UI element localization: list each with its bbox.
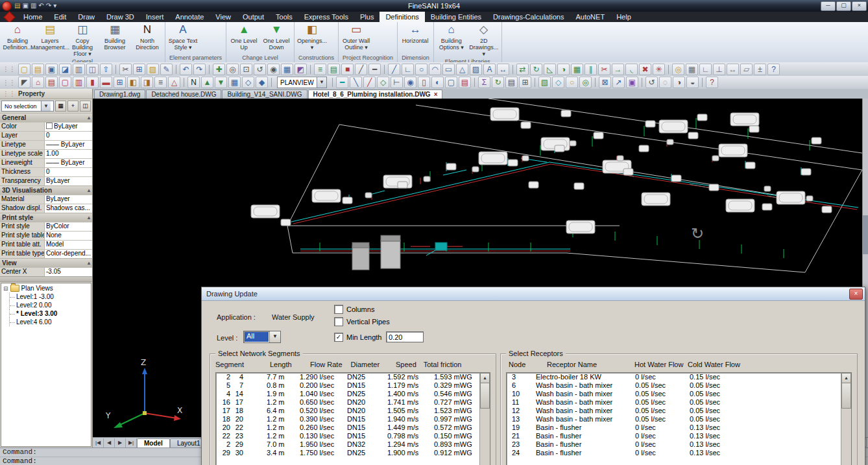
receptor-row[interactable]: 24Basin - flusher0 l/sec0.13 l/sec bbox=[507, 449, 851, 457]
collapse-arrow-icon[interactable]: ▴ bbox=[88, 260, 90, 266]
menu-item-edit[interactable]: Edit bbox=[48, 12, 72, 22]
tool-boiler-icon[interactable]: ▯ bbox=[418, 77, 430, 88]
tool-north-icon[interactable]: N bbox=[187, 77, 200, 88]
toggle-pickadd-button[interactable]: + bbox=[67, 101, 78, 112]
property-value[interactable]: 0 bbox=[45, 168, 92, 176]
menu-item-tools[interactable]: Tools bbox=[270, 12, 298, 22]
segment-row[interactable]: 22231.2 m0.130 l/secDN150.798 m/s0.150 m… bbox=[216, 432, 490, 440]
receptor-row[interactable]: 10Wash basin - bath mixer0.05 l/sec0.05 … bbox=[507, 390, 851, 398]
quick-access-menu-icon[interactable]: ▾ bbox=[53, 2, 56, 10]
tool-help-icon[interactable]: ? bbox=[767, 64, 780, 75]
level-combobox[interactable]: All ▼ bbox=[243, 331, 281, 343]
tool-door-icon[interactable]: ◧ bbox=[127, 77, 139, 88]
menu-item-autonet[interactable]: AutoNET bbox=[570, 12, 610, 22]
select-objects-button[interactable]: ◫ bbox=[80, 101, 91, 112]
tool-space-icon[interactable]: ▢ bbox=[59, 77, 71, 88]
tool-undo-icon[interactable]: ↶ bbox=[180, 64, 192, 75]
ribbon-button-north-direction[interactable]: NNorth Direction bbox=[131, 23, 163, 51]
tool-scale-icon[interactable]: ◺ bbox=[544, 64, 556, 75]
property-value[interactable]: —— ByLayer bbox=[45, 159, 92, 167]
columns-checkbox[interactable]: Columns bbox=[334, 305, 374, 314]
segment-row[interactable]: 247.7 m1.290 l/secDN251.592 m/s1.593 mWG bbox=[216, 373, 490, 381]
tool-open-icon[interactable]: ▤ bbox=[32, 64, 44, 75]
property-section-header[interactable]: 3D Visualisation▴ bbox=[0, 186, 92, 195]
tool-erase-icon[interactable]: ✖ bbox=[639, 64, 651, 75]
tool-opening-icon[interactable]: ◨ bbox=[141, 77, 153, 88]
tool-trim-icon[interactable]: ✂ bbox=[598, 64, 610, 75]
ribbon-button-openings[interactable]: ◧Openings... ▾ bbox=[296, 23, 328, 51]
tool-axonometric-icon[interactable]: ◇ bbox=[242, 77, 254, 88]
tool-report-icon[interactable]: ▤ bbox=[505, 77, 518, 88]
checkbox-icon[interactable] bbox=[334, 317, 343, 326]
tool-dimension-icon[interactable]: ↔ bbox=[497, 64, 509, 75]
tree-item-level-3[interactable]: * Level:3 3.00 bbox=[9, 309, 91, 318]
tool-ortho-icon[interactable]: ∟ bbox=[699, 64, 712, 75]
menu-item-insert[interactable]: Insert bbox=[140, 12, 170, 22]
tool-receptor-icon[interactable]: ◉ bbox=[404, 77, 416, 88]
tool-zoom-previous-icon[interactable]: ↺ bbox=[254, 64, 266, 75]
tool-fillet-icon[interactable]: ◟ bbox=[625, 64, 638, 75]
tool-circle-icon[interactable]: ○ bbox=[415, 64, 428, 75]
tool-image-attach-icon[interactable]: ▣ bbox=[626, 77, 638, 88]
property-value[interactable]: —— ByLayer bbox=[45, 141, 92, 149]
ribbon-button-2d-drawings[interactable]: ◇2D Drawings... ▾ bbox=[468, 23, 500, 58]
drawing-tab-drawing1-dwg[interactable]: Drawing1.dwg bbox=[94, 89, 145, 99]
tree-item-level-4[interactable]: Level:4 6.00 bbox=[9, 318, 91, 326]
scroll-up-icon[interactable]: ▲ bbox=[841, 373, 851, 383]
collapse-arrow-icon[interactable]: ▴ bbox=[88, 215, 90, 221]
tool-area-icon[interactable]: ▱ bbox=[740, 64, 753, 75]
toolbar-grip[interactable]: ⋮⋮ bbox=[3, 79, 16, 86]
app-logo-icon[interactable] bbox=[2, 1, 12, 11]
tool-plan-view-icon[interactable]: ▦ bbox=[228, 77, 241, 88]
segment-row[interactable]: 29303.4 m1.750 l/secDN251.900 m/s0.912 m… bbox=[216, 449, 490, 457]
tool-calculator-icon[interactable]: ± bbox=[754, 64, 766, 75]
tree-item-level-2[interactable]: Level:2 0.00 bbox=[9, 301, 91, 309]
tool-paste-icon[interactable]: ▨ bbox=[147, 64, 159, 75]
maximize-button[interactable]: ▢ bbox=[836, 1, 851, 11]
property-value[interactable]: Shadows cas... bbox=[45, 204, 92, 213]
receptor-row[interactable]: 6Wash basin - bath mixer0.05 l/sec0.05 l… bbox=[507, 381, 851, 390]
tool-wall-icon[interactable]: ▥ bbox=[73, 77, 85, 88]
tool-network-calc-icon[interactable]: Σ bbox=[478, 77, 490, 88]
property-value[interactable]: 1.00 bbox=[45, 150, 92, 158]
tool-save-as-icon[interactable]: ◪ bbox=[59, 64, 71, 75]
segments-scrollbar[interactable]: ▲ ▼ bbox=[479, 373, 490, 465]
tool-linetype-icon[interactable]: ╱ bbox=[355, 64, 367, 75]
tool-xref-icon[interactable]: ↗ bbox=[612, 77, 625, 88]
menu-item-help[interactable]: Help bbox=[610, 12, 637, 22]
collapse-arrow-icon[interactable]: ▴ bbox=[88, 115, 90, 121]
tool-distance-icon[interactable]: ↔ bbox=[727, 64, 739, 75]
receptor-row[interactable]: 12Wash basin - bath mixer0.05 l/sec0.05 … bbox=[507, 407, 851, 415]
ribbon-button-outer-wall-outline[interactable]: ▭Outer Wall Outline ▾ bbox=[340, 23, 372, 51]
min-length-input[interactable] bbox=[386, 331, 424, 342]
receptor-row[interactable]: 23Basin - flusher0 l/sec0.13 l/sec bbox=[507, 440, 851, 449]
tree-item-level-1[interactable]: Level:1 -3.00 bbox=[9, 292, 91, 301]
tool-pan-icon[interactable]: ✚ bbox=[213, 64, 225, 75]
tool-redraw-icon[interactable]: ◌ bbox=[659, 77, 671, 88]
property-value[interactable]: Model bbox=[45, 241, 92, 249]
tool-zoom-realtime-icon[interactable]: ◎ bbox=[226, 64, 239, 75]
segment-row[interactable]: 16171.2 m0.650 l/secDN201.741 m/s0.727 m… bbox=[216, 398, 490, 407]
segments-listbox[interactable]: 247.7 m1.290 l/secDN251.592 m/s1.593 mWG… bbox=[215, 372, 490, 465]
property-panel-header[interactable]: ⋮⋮ Property bbox=[0, 89, 92, 99]
segment-row[interactable]: 17186.4 m0.520 l/secDN201.505 m/s1.523 m… bbox=[216, 407, 490, 415]
menu-item-express-tools[interactable]: Express Tools bbox=[298, 12, 354, 22]
tool-color-control-icon[interactable]: ■ bbox=[341, 64, 354, 75]
tool-perspective-icon[interactable]: ◆ bbox=[256, 77, 268, 88]
tool-fine-help-icon[interactable]: ? bbox=[706, 77, 718, 88]
ribbon-button-building-options[interactable]: ⌂Building Options ▾ bbox=[435, 23, 468, 51]
property-value[interactable]: ByLayer bbox=[45, 123, 92, 131]
drawing-tab-building-v14-sani-dwg[interactable]: Building_V14_SANI.DWG bbox=[222, 89, 307, 99]
property-value[interactable]: ByLayer bbox=[45, 177, 92, 185]
tool-copy-icon[interactable]: ⊞ bbox=[133, 64, 145, 75]
tool-valve-icon[interactable]: ◇ bbox=[377, 77, 389, 88]
receptor-row[interactable]: 21Basin - flusher0 l/sec0.13 l/sec bbox=[507, 432, 851, 440]
property-value[interactable]: -3.05 bbox=[45, 268, 92, 276]
property-section-header[interactable]: Print style▴ bbox=[0, 213, 92, 222]
tool-render-icon[interactable]: ◩ bbox=[295, 64, 307, 75]
receptor-row[interactable]: 3Electro-boiler 18 KW0 l/sec0.15 l/sec bbox=[507, 373, 851, 381]
selection-combobox[interactable]: No selection ▼ bbox=[1, 101, 54, 112]
tool-thaw-icon[interactable]: ○ bbox=[566, 77, 578, 88]
ribbon-button-one-level-up[interactable]: ▲One Level Up bbox=[228, 23, 260, 51]
tool-offset-icon[interactable]: ∥ bbox=[585, 64, 597, 75]
